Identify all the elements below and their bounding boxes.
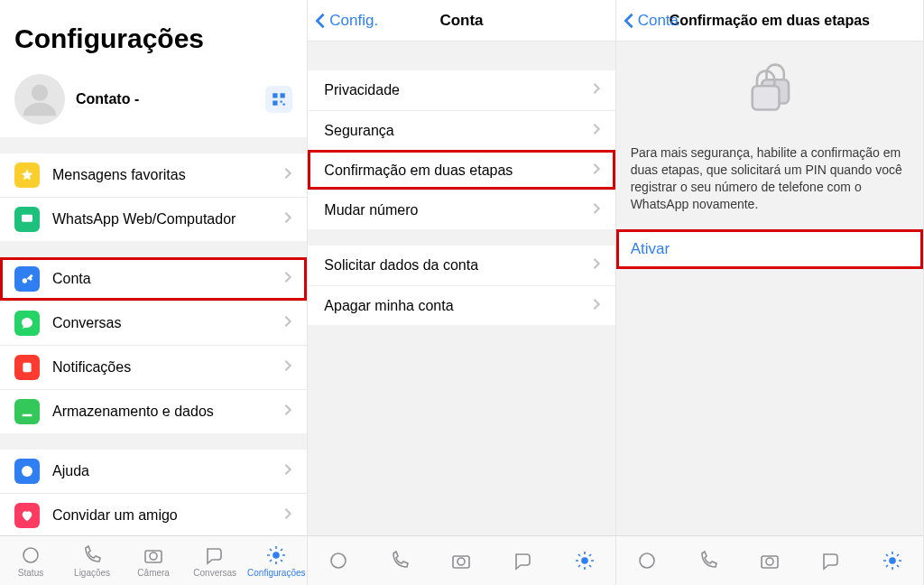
svg-point-12 (150, 552, 157, 560)
svg-rect-19 (753, 86, 780, 109)
avatar (14, 74, 65, 125)
qr-button[interactable] (265, 86, 292, 113)
chevron-right-icon (592, 123, 601, 139)
back-button[interactable]: Conta (624, 12, 679, 30)
row-security[interactable]: Segurança (308, 110, 614, 150)
row-starred-messages[interactable]: Mensagens favoritas (0, 153, 307, 197)
svg-point-14 (331, 553, 346, 568)
chevron-right-icon (592, 298, 601, 314)
settings-group-1: Mensagens favoritas WhatsApp Web/Computa… (0, 153, 307, 241)
account-group-2: Solicitar dados da conta Apagar minha co… (308, 246, 614, 325)
tab-label: Conversas (193, 568, 236, 578)
row-chats[interactable]: Conversas (0, 301, 307, 345)
panel-account: Config. Conta Privacidade Segurança Conf… (308, 0, 615, 585)
chat-icon (14, 311, 40, 336)
row-whatsapp-web[interactable]: WhatsApp Web/Computador (0, 197, 307, 241)
tab-chats[interactable]: Conversas (493, 536, 554, 585)
row-privacy[interactable]: Privacidade (308, 70, 614, 110)
chevron-right-icon (283, 315, 292, 331)
panel-settings: Configurações Contato - Mensagens favori… (0, 0, 308, 585)
row-notifications[interactable]: Notificações (0, 345, 307, 389)
row-request-data[interactable]: Solicitar dados da conta (308, 246, 614, 285)
settings-group-3: Ajuda Convidar um amigo (0, 450, 307, 535)
svg-point-0 (32, 85, 48, 101)
row-delete-account[interactable]: Apagar minha conta (308, 285, 614, 325)
profile-row[interactable]: Contato - (0, 67, 307, 137)
tabbar: Status Ligações Câmera Conversas Configu… (0, 535, 307, 585)
page-title: Configurações (0, 0, 307, 67)
back-label: Conta (638, 12, 679, 30)
activate-button[interactable]: Ativar (616, 229, 923, 269)
chevron-right-icon (283, 271, 292, 287)
row-label: Ajuda (52, 463, 283, 479)
svg-rect-4 (281, 101, 282, 103)
row-label: Confirmação em duas etapas (324, 162, 591, 179)
tab-chats[interactable]: Conversas (800, 536, 862, 585)
svg-point-7 (23, 278, 27, 283)
svg-rect-6 (22, 215, 32, 222)
svg-point-20 (640, 553, 654, 568)
star-icon (14, 162, 40, 188)
chevron-right-icon (283, 404, 292, 420)
tab-camera[interactable]: Câmera (123, 536, 184, 585)
row-invite[interactable]: Convidar um amigo (0, 493, 307, 535)
row-label: Mensagens favoritas (52, 167, 283, 183)
chevron-right-icon (592, 82, 601, 98)
svg-rect-3 (273, 101, 278, 106)
svg-point-17 (582, 558, 587, 563)
svg-rect-1 (273, 93, 278, 98)
svg-point-23 (890, 558, 895, 563)
row-label: Conta (52, 271, 283, 287)
panel-two-step: Conta Confirmação em duas etapas Para ma… (616, 0, 924, 585)
chevron-right-icon (283, 507, 292, 524)
tab-status[interactable]: Status (616, 536, 678, 585)
chevron-right-icon (283, 359, 292, 376)
tab-label: Câmera (137, 568, 170, 578)
svg-rect-5 (283, 104, 285, 106)
row-storage[interactable]: Armazenamento e dados (0, 389, 307, 433)
svg-rect-2 (281, 93, 285, 98)
chevron-right-icon (592, 257, 601, 274)
tab-chats[interactable]: Conversas (184, 536, 245, 585)
row-help[interactable]: Ajuda (0, 450, 307, 493)
row-label: WhatsApp Web/Computador (52, 211, 283, 228)
back-label: Config. (329, 12, 378, 30)
svg-point-13 (273, 552, 279, 558)
row-label: Convidar um amigo (52, 507, 283, 524)
tab-label: Ligações (74, 568, 110, 578)
row-label: Armazenamento e dados (52, 404, 283, 420)
tab-calls[interactable]: Ligações (61, 536, 123, 585)
tab-status[interactable]: Status (0, 536, 61, 585)
svg-point-22 (766, 558, 773, 565)
row-label: Apagar minha conta (324, 298, 591, 314)
tab-camera[interactable]: Câmera (430, 536, 492, 585)
desktop-icon (14, 207, 40, 232)
heart-icon (14, 503, 40, 528)
row-label: Solicitar dados da conta (324, 257, 591, 274)
chevron-right-icon (283, 463, 292, 479)
row-label: Notificações (52, 359, 283, 376)
row-change-number[interactable]: Mudar número (308, 190, 614, 229)
row-label: Conversas (52, 315, 283, 331)
svg-rect-8 (23, 363, 31, 373)
row-account[interactable]: Conta (0, 257, 307, 301)
tabbar: Status Ligações Câmera Conversas Configu… (308, 535, 614, 585)
tab-settings[interactable]: Configurações (862, 536, 923, 585)
tab-label: Status (18, 568, 43, 578)
chevron-right-icon (592, 162, 601, 179)
chevron-right-icon (283, 167, 292, 183)
tab-calls[interactable]: Ligações (369, 536, 430, 585)
row-label: Privacidade (324, 82, 591, 98)
nav-header: Config. Conta (308, 0, 614, 42)
info-icon (14, 459, 40, 484)
back-button[interactable]: Config. (315, 12, 378, 30)
row-two-step[interactable]: Confirmação em duas etapas (308, 150, 614, 190)
padlock-illustration (616, 56, 923, 123)
profile-name: Contato - (76, 91, 265, 107)
tab-calls[interactable]: Ligações (678, 536, 739, 585)
tab-camera[interactable]: Câmera (739, 536, 800, 585)
tab-settings[interactable]: Configurações (554, 536, 615, 585)
tab-settings[interactable]: Configurações (245, 536, 307, 585)
tab-status[interactable]: Status (308, 536, 369, 585)
svg-point-16 (457, 558, 465, 565)
